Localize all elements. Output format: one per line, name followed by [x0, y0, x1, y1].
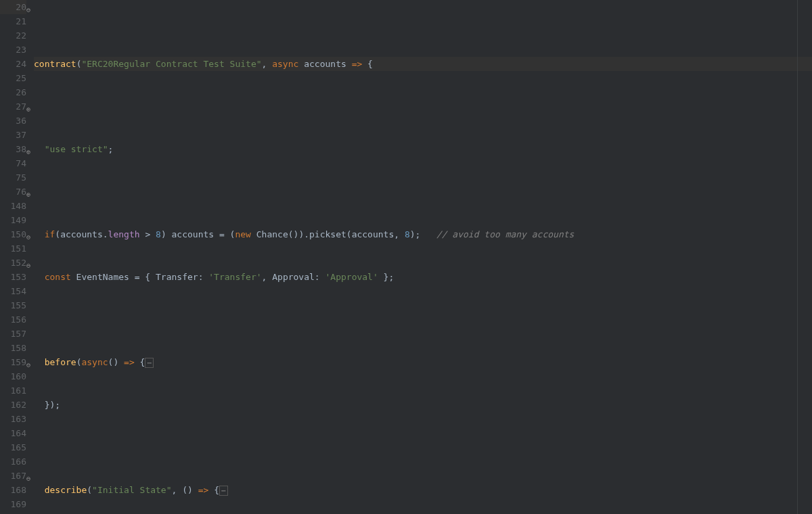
line-number: 166	[0, 454, 26, 469]
line-number: 161	[0, 383, 26, 398]
line-number: 36	[0, 114, 26, 128]
line-number: 164	[0, 426, 26, 440]
line-number: 74	[0, 156, 26, 170]
line-number: 157	[0, 327, 26, 341]
line-number: 21	[0, 14, 26, 28]
line-number: 169	[0, 497, 26, 511]
print-margin	[797, 0, 798, 514]
line-number[interactable]: 76⊕	[0, 185, 26, 199]
code-line[interactable]: describe("Initial State", () => {⋯	[34, 483, 812, 497]
line-number: 156	[0, 312, 26, 327]
fold-toggle-icon[interactable]: ⊕	[24, 102, 30, 109]
folded-code-icon[interactable]: ⋯	[219, 486, 228, 496]
code-line[interactable]	[34, 185, 812, 199]
line-number[interactable]: 150⊖	[0, 227, 26, 241]
code-line[interactable]: before(async() => {⋯	[34, 355, 812, 369]
code-line[interactable]: const EventNames = { Transfer: 'Transfer…	[34, 270, 812, 284]
line-number[interactable]: 38⊕	[0, 142, 26, 156]
line-number-gutter[interactable]: 20⊖ 21 22 23 24 25 26 27⊕ 36 37 38⊕ 74 7…	[0, 0, 31, 514]
line-number: 154	[0, 284, 26, 298]
folded-code-icon[interactable]: ⋯	[145, 358, 154, 368]
line-number: 23	[0, 43, 26, 57]
fold-toggle-icon[interactable]: ⊖	[24, 230, 30, 237]
line-number: 22	[0, 28, 26, 43]
fold-toggle-icon[interactable]: ⊖	[24, 3, 30, 9]
line-number: 149	[0, 213, 26, 227]
code-line[interactable]: if(accounts.length > 8) accounts = (new …	[34, 227, 812, 241]
code-editor[interactable]: 20⊖ 21 22 23 24 25 26 27⊕ 36 37 38⊕ 74 7…	[0, 0, 812, 514]
line-number: 153	[0, 270, 26, 284]
code-line[interactable]	[34, 99, 812, 114]
fold-toggle-icon[interactable]: ⊖	[24, 258, 30, 265]
line-number: 155	[0, 298, 26, 312]
line-number[interactable]: 159⊖	[0, 355, 26, 369]
line-number: 151	[0, 241, 26, 256]
line-number: 163	[0, 412, 26, 426]
line-number[interactable]: 20⊖	[0, 0, 26, 14]
code-area[interactable]: contract("ERC20Regular Contract Test Sui…	[31, 0, 812, 514]
line-number: 168	[0, 483, 26, 497]
line-number: 162	[0, 398, 26, 412]
fold-toggle-icon[interactable]: ⊕	[24, 187, 30, 194]
fold-toggle-icon[interactable]: ⊖	[24, 358, 30, 365]
line-number: 148	[0, 199, 26, 213]
line-number: 25	[0, 71, 26, 85]
code-line[interactable]: });	[34, 398, 812, 412]
line-number: 24	[0, 57, 26, 71]
code-line[interactable]: contract("ERC20Regular Contract Test Sui…	[34, 57, 812, 71]
line-number: 37	[0, 128, 26, 142]
fold-toggle-icon[interactable]: ⊕	[24, 145, 30, 151]
line-number: 165	[0, 440, 26, 454]
line-number[interactable]: 167⊖	[0, 469, 26, 483]
line-number: 170	[0, 511, 26, 514]
line-number: 26	[0, 85, 26, 99]
line-number[interactable]: 152⊖	[0, 256, 26, 270]
line-number: 160	[0, 369, 26, 383]
code-line[interactable]	[34, 312, 812, 327]
line-number[interactable]: 27⊕	[0, 99, 26, 114]
line-number: 158	[0, 341, 26, 355]
line-number: 75	[0, 170, 26, 185]
fold-toggle-icon[interactable]: ⊖	[24, 471, 30, 478]
code-line[interactable]: "use strict";	[34, 142, 812, 156]
code-line[interactable]	[34, 440, 812, 454]
